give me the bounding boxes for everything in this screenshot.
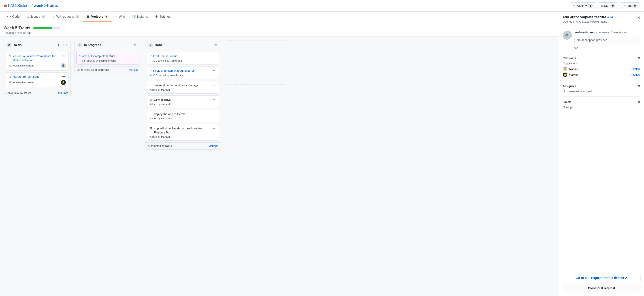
reviewers-subtitle: Suggestions [563,62,640,65]
repo-org-link[interactable]: FAC-Sixteen [8,3,31,8]
card-todo-1-number: #23 opened by starsuit [8,64,34,67]
card-inprogress-1[interactable]: ⑂ add autocomplete feature ••• ✓ #24 ope… [76,52,140,65]
card-done-note-3-menu[interactable]: ••• [212,112,216,116]
reviewer-1-request-link[interactable]: Request [630,67,640,71]
labels-section: Labels ⚙ None yet [563,97,640,109]
reviewers-gear-icon[interactable]: ⚙ [638,57,640,60]
card-done-note-2[interactable]: ☰ CI with Travis ••• Added by starsuit [147,95,219,108]
comment-block: 🐟 seabasshoang commented 3 minutes ago N… [563,31,640,49]
detail-title: add autocomplete feature #24 [563,15,613,19]
watch-dropdown-icon: ▾ [585,4,587,8]
card-done-note-3[interactable]: ☰ deploy the app to Heroku ••• Added by … [147,110,219,122]
close-pr-button[interactable]: Close pull request [563,284,640,292]
assignees-gear-icon[interactable]: ⚙ [638,84,640,88]
watch-label: Watch [576,4,584,8]
fork-icon: ⑂ [623,4,625,8]
project-name: Week 5 Trains [4,26,30,31]
card-done-note-2-added: Added by starsuit [150,103,170,105]
reviewer-2-request-link[interactable]: Request [630,73,640,76]
tab-projects[interactable]: ▦ Projects 1 [83,12,112,22]
card-done-1-menu[interactable]: ••• [212,54,216,58]
reviewer-2-avatar: ⭐ [563,73,567,77]
card-done-note-2-meta: Added by starsuit [150,103,216,105]
detail-pr-number[interactable]: #24 [607,15,613,19]
card-done-note-4-title: app will show live departure times from … [154,127,212,135]
todo-manage-link[interactable]: Manage [58,91,68,94]
card-done-1-title[interactable]: Feature/user input [153,54,212,58]
card-done-2-title[interactable]: fix clock to display leading zeros [153,69,212,73]
pr-icon: ⑂ [52,15,54,18]
issue-open-icon-1: ⊙ [8,54,11,58]
card-inprogress-1-header: ⑂ add autocomplete feature ••• [79,54,136,58]
card-todo-2-title[interactable]: feature: refresh button [12,75,61,79]
comment-time: commented 3 minutes ago [596,31,628,34]
todo-menu-button[interactable]: ••• [62,43,68,48]
card-done-2[interactable]: ⑂ fix clock to display leading zeros •••… [147,66,219,79]
card-done-note-1-added: Added by starsuit [150,88,170,91]
card-done-note-4[interactable]: ☰ app will show live departure times fro… [147,124,219,141]
done-menu-button[interactable]: ••• [212,43,218,48]
card-todo-2-menu[interactable]: ••• [61,75,66,79]
card-done-note-3-meta: Added by starsuit [150,117,216,120]
card-done-note-1-meta: Added by starsuit [150,88,216,91]
labels-section-title: Labels ⚙ [563,100,640,104]
tab-code[interactable]: <> Code [4,12,23,22]
card-inprogress-1-title[interactable]: add autocomplete feature [82,54,132,58]
card-inprogress-1-menu[interactable]: ••• [132,54,136,58]
star-count: 0 [610,4,616,8]
project-name-row: Week 5 Trains [4,26,60,31]
column-todo-title: 2 To do [6,43,22,47]
inprogress-manage-link[interactable]: Manage [129,68,138,71]
repo-icon: 📦 [4,4,7,8]
column-placeholder [225,40,287,85]
wiki-icon: ≡ [116,15,118,18]
pr-open-icon: ⑂ [79,54,81,58]
tab-issues[interactable]: ⚠ Issues 2 [23,12,49,22]
inprogress-add-button[interactable]: + [127,43,131,48]
card-done-note-1[interactable]: ☰ backend testing and test coverage ••• … [147,81,219,93]
card-todo-2[interactable]: ⊙ feature: refresh button ••• #22 opened… [6,72,69,87]
tab-wiki[interactable]: ≡ Wiki [112,12,128,22]
todo-add-button[interactable]: + [56,43,60,48]
inprogress-column-footer: Automated as In progress Manage [74,66,141,73]
project-title-area: Week 5 Trains Updated 2 minutes ago [4,26,60,35]
card-todo-1[interactable]: ⊙ feature: autocorrect/dropdown for stat… [6,52,69,71]
inprogress-menu-button[interactable]: ••• [133,43,138,48]
tab-pull-requests[interactable]: ⑂ Pull requests 1 [49,12,83,22]
fork-count: 0 [632,4,638,8]
detail-close-button[interactable]: ✕ [637,15,640,20]
card-done-note-2-menu[interactable]: ••• [212,98,216,102]
reviewer-2-info: ⭐ starsuit [563,73,578,77]
card-todo-1-menu[interactable]: ••• [61,54,66,58]
done-manage-link[interactable]: Manage [208,144,218,148]
repo-name-link[interactable]: week5-trains [34,3,58,8]
card-done-1-number: #21 opened by RohanSSS [153,59,182,62]
card-inprogress-1-meta: ✓ #24 opened by seabasshoang [79,59,136,62]
labels-gear-icon[interactable]: ⚙ [638,100,640,104]
pr-merged-icon-1: ⑂ [150,54,152,58]
comment-count: 💬 1 [574,46,640,49]
card-done-note-4-header: ☰ app will show live departure times fro… [150,127,216,135]
inprogress-column-actions: + ••• [127,43,138,48]
star-button[interactable]: ☆ Star 0 [598,3,618,9]
done-add-button[interactable]: + [207,43,211,48]
goto-pr-button[interactable]: Go to pull request for full details ↗ [563,274,640,282]
reviewer-1-info: 🏅 RohanSSS [563,67,583,71]
watch-button[interactable]: 👁 Watch ▾ 1 [570,3,596,9]
card-done-1[interactable]: ⑂ Feature/user input ••• ✓ #21 opened by… [147,52,219,65]
card-done-1-meta: ✓ #21 opened by RohanSSS [150,59,216,62]
fork-button[interactable]: ⑂ Fork 0 [620,3,640,9]
board-area: 2 To do + ••• ⊙ feature: autoco [0,37,558,292]
comment-author: seabasshoang [574,31,594,34]
todo-column-actions: + ••• [56,43,68,48]
top-actions: 👁 Watch ▾ 1 ☆ Star 0 ⑂ Fork 0 [570,3,640,9]
eye-icon: 👁 [572,4,576,8]
column-done-title: 7 Done [148,43,163,47]
card-done-note-1-menu[interactable]: ••• [212,83,216,87]
card-todo-1-title[interactable]: feature: autocorrect/dropdown for statio… [12,54,61,62]
reviewer-2-name: starsuit [569,73,578,77]
card-done-note-4-menu[interactable]: ••• [212,127,216,131]
tab-settings[interactable]: ⚙ Settings [152,12,174,22]
card-done-2-menu[interactable]: ••• [212,69,216,73]
tab-insights[interactable]: 📊 Insights [128,12,151,22]
